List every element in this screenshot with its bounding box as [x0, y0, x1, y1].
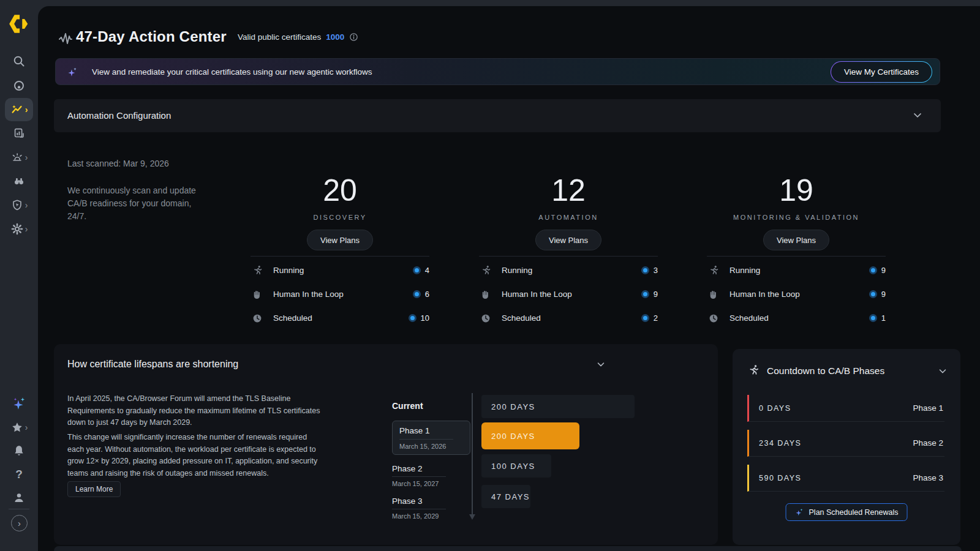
view-my-certificates-button[interactable]: View My Certificates [831, 61, 932, 83]
runner-icon [747, 364, 760, 377]
stat-row-scheduled: Scheduled 10 [251, 306, 429, 330]
panel-title: How certificate lifespans are shortening [67, 359, 238, 370]
phase-list: Current Phase 1 March 15, 2026 Phase 2 M… [392, 401, 470, 520]
favorites-icon[interactable]: › [0, 421, 38, 434]
notifications-icon[interactable] [0, 444, 38, 457]
chevron-right-icon: › [25, 423, 28, 432]
policy-icon[interactable]: › [0, 198, 38, 212]
discovery-icon[interactable] [0, 174, 38, 188]
search-icon[interactable] [0, 54, 38, 68]
sparkle-icon [795, 508, 804, 517]
sidebar: › › › [0, 0, 38, 551]
stat-row-running: Running 4 [251, 258, 429, 282]
count-dot [413, 290, 421, 298]
bottom-strip [54, 546, 962, 551]
chevron-right-icon: › [25, 105, 28, 114]
countdown-row: 234 DAYS Phase 2 [747, 430, 944, 457]
current-label: Current [392, 401, 470, 411]
divider [479, 256, 658, 257]
clock-icon [251, 313, 264, 324]
stat-row-running: Running 9 [707, 258, 886, 282]
count-dot [409, 314, 417, 322]
stat-count: 19 [707, 175, 886, 206]
count-dot [869, 314, 877, 322]
account-icon[interactable] [0, 491, 38, 504]
stat-row-human-in-the-loop: Human In the Loop 9 [707, 282, 886, 306]
count-value: 4 [425, 266, 429, 275]
info-icon[interactable] [349, 32, 358, 42]
view-plans-button[interactable]: View Plans [307, 230, 373, 250]
hand-icon [479, 289, 492, 300]
certs-value[interactable]: 1000 [326, 32, 344, 42]
countdown-phase: Phase 2 [913, 438, 943, 448]
phase-item[interactable]: Phase 3 March 15, 2029 [392, 495, 470, 520]
clock-icon [479, 313, 492, 324]
stat-column-discovery: 20 DISCOVERY View Plans Running 4 [251, 175, 429, 330]
sparkle-icon [67, 66, 78, 78]
divider [707, 256, 886, 257]
expand-icon[interactable]: › [11, 515, 28, 531]
timeline-arrow [472, 393, 473, 514]
last-scanned-text: Last scanned: Mar 9, 2026 [67, 159, 169, 168]
sidebar-item-action-center[interactable]: › [5, 98, 33, 121]
settings-icon[interactable]: › [0, 222, 38, 236]
stat-label: AUTOMATION [479, 214, 658, 221]
countdown-days: 0 DAYS [759, 404, 791, 413]
hand-icon [251, 289, 264, 300]
chevron-right-icon: › [25, 225, 28, 233]
count-value: 1 [881, 313, 886, 323]
automation-configuration-section[interactable]: Automation Configuration [54, 99, 941, 132]
stat-count: 12 [479, 175, 658, 206]
count-value: 10 [421, 313, 429, 323]
lifespans-paragraph-1: In April 2025, the CA/Browser Forum will… [67, 393, 325, 429]
count-dot [869, 290, 877, 298]
count-dot [641, 290, 649, 298]
count-dot [869, 266, 877, 274]
view-plans-button[interactable]: View Plans [763, 230, 829, 250]
stat-row-running: Running 3 [479, 258, 658, 282]
count-value: 9 [881, 266, 886, 275]
stat-row-scheduled: Scheduled 1 [707, 306, 886, 330]
phase-item-selected[interactable]: Phase 1 March 15, 2026 [392, 421, 470, 455]
lifespans-paragraph-2: This change will significantly increase … [67, 432, 325, 480]
chevron-down-icon[interactable] [911, 109, 924, 121]
stat-label: MONITORING & VALIDATION [707, 214, 886, 221]
help-icon[interactable]: ? [0, 468, 38, 481]
alerts-icon[interactable]: › [0, 151, 38, 164]
stat-column-automation: 12 AUTOMATION View Plans Running 3 [479, 175, 658, 330]
countdown-row: 590 DAYS Phase 3 [747, 465, 944, 492]
chevron-down-icon[interactable] [937, 365, 948, 377]
ai-sparkles-icon[interactable] [0, 395, 38, 411]
chevron-right-icon: › [25, 153, 28, 162]
banner-message: View and remediate your critical certifi… [92, 67, 372, 77]
divider [251, 256, 429, 257]
count-value: 9 [654, 290, 658, 299]
count-value: 9 [881, 290, 886, 299]
scan-description: We continuously scan and update CA/B rea… [67, 184, 208, 223]
divider [399, 439, 453, 440]
count-value: 2 [654, 313, 658, 323]
lifespan-bar: 47 DAYS [481, 485, 530, 508]
agentic-workflows-banner: View and remediate your critical certifi… [55, 58, 940, 85]
countdown-row: 0 DAYS Phase 1 [747, 395, 944, 422]
view-plans-button[interactable]: View Plans [535, 230, 601, 250]
stat-row-human-in-the-loop: Human In the Loop 9 [479, 282, 658, 306]
chevron-down-icon[interactable] [595, 359, 606, 370]
stat-label: DISCOVERY [251, 214, 429, 221]
lifespan-bar-highlighted: 200 DAYS [481, 422, 579, 449]
sidebar-divider [9, 509, 29, 509]
learn-more-button[interactable]: Learn More [67, 481, 121, 497]
target-icon[interactable] [0, 79, 38, 92]
count-dot [641, 266, 649, 274]
stat-row-human-in-the-loop: Human In the Loop 6 [251, 282, 429, 306]
plan-scheduled-renewals-button[interactable]: Plan Scheduled Renewals [786, 503, 908, 521]
reports-icon[interactable] [0, 127, 38, 140]
panel-title: Countdown to CA/B Phases [767, 365, 884, 377]
count-value: 6 [425, 290, 429, 299]
brand-logo-icon[interactable] [0, 12, 38, 36]
countdown-phase: Phase 1 [913, 403, 943, 413]
phase-item[interactable]: Phase 2 March 15, 2027 [392, 463, 470, 487]
stat-row-scheduled: Scheduled 2 [479, 306, 658, 330]
countdown-panel: Countdown to CA/B Phases 0 DAYS Phase 1 … [733, 349, 960, 545]
runner-icon [479, 264, 492, 276]
